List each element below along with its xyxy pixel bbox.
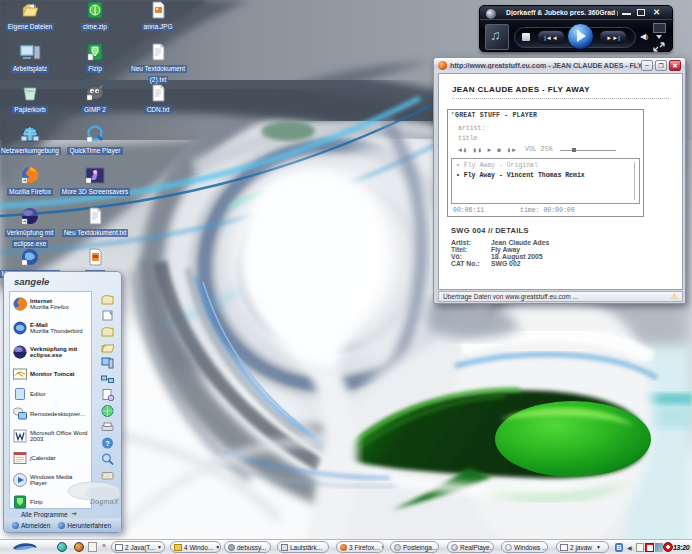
- svg-text:DogmaX: DogmaX: [90, 498, 120, 506]
- svg-text:?: ?: [105, 439, 110, 448]
